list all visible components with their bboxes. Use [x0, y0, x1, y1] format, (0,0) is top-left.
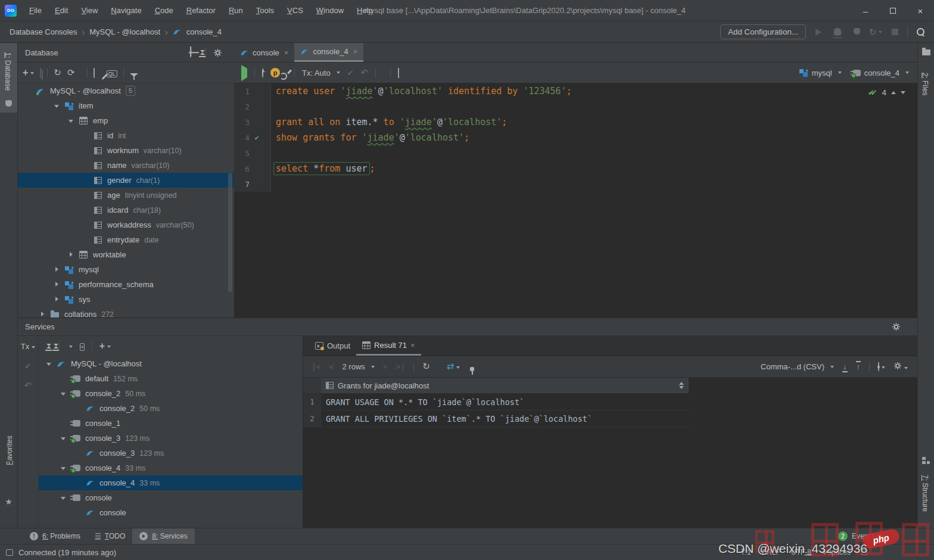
chevron-right-icon[interactable]: [50, 262, 63, 277]
download-icon[interactable]: ↓: [842, 362, 848, 371]
menu-navigate[interactable]: Navigate: [105, 4, 147, 17]
refresh-icon[interactable]: ↻: [54, 69, 61, 77]
tool-tab-favorites[interactable]: Favorites ★: [0, 427, 17, 506]
query-console-icon[interactable]: QL: [107, 69, 117, 77]
tool-tab-todo[interactable]: ☰ TODO: [88, 528, 132, 544]
db-tree-row-column[interactable]: name varchar(10): [18, 158, 234, 173]
db-tree-row-column[interactable]: worknum varchar(10): [18, 143, 234, 158]
db-tree-row-column[interactable]: age tinyint unsigned: [18, 188, 234, 203]
tx-mode-selector[interactable]: Tx: Auto: [302, 69, 340, 77]
grid-corner-cell[interactable]: [303, 378, 321, 393]
next-page-icon[interactable]: >: [383, 362, 388, 371]
execute-icon[interactable]: [241, 69, 247, 77]
prev-problem-icon[interactable]: [891, 91, 896, 94]
db-tree-row-column[interactable]: id int: [18, 128, 234, 143]
svc-row-session[interactable]: console_1: [39, 416, 303, 431]
last-page-icon[interactable]: >|: [396, 362, 406, 371]
indent-selector[interactable]: 4 spaces: [822, 548, 851, 556]
breadcrumb-datasource[interactable]: MySQL - @localhost: [89, 27, 160, 36]
svc-row-console[interactable]: console: [39, 505, 303, 520]
schema-selector[interactable]: mysql: [799, 69, 842, 77]
line-ending-selector[interactable]: CRLF: [762, 548, 780, 556]
chevron-down-icon[interactable]: [57, 461, 70, 475]
settings-gear-icon[interactable]: [213, 48, 222, 57]
svc-row-console-selected[interactable]: console_4 33 ms: [39, 475, 303, 490]
run-icon[interactable]: [812, 26, 825, 39]
rollback-icon[interactable]: ↶: [24, 381, 32, 390]
rollback-icon[interactable]: ↶: [361, 69, 369, 77]
grid-cell[interactable]: GRANT ALL PRIVILEGES ON `item`.* TO `jia…: [321, 414, 592, 424]
history-clock-icon[interactable]: [262, 69, 263, 77]
close-button[interactable]: ×: [907, 0, 934, 21]
db-tree-row-schema[interactable]: sys: [18, 292, 234, 307]
row-number[interactable]: 1: [303, 394, 321, 410]
menu-window[interactable]: Window: [311, 4, 349, 17]
profile-badge-icon[interactable]: p: [270, 68, 280, 77]
previous-page-icon[interactable]: <: [329, 362, 334, 371]
debug-icon[interactable]: [831, 26, 844, 39]
tab-output[interactable]: Output: [309, 336, 356, 356]
coverage-icon[interactable]: ↻: [869, 26, 882, 39]
sort-icon[interactable]: [679, 382, 684, 389]
upload-icon[interactable]: ↑: [856, 362, 861, 371]
chevron-right-icon[interactable]: [36, 307, 49, 318]
table-view-icon[interactable]: [94, 69, 95, 77]
db-tree-row-column[interactable]: entrydate date: [18, 232, 234, 247]
chevron-down-icon[interactable]: [42, 356, 55, 371]
close-tab-icon[interactable]: ×: [284, 48, 289, 57]
tx-selector[interactable]: Tx: [21, 342, 35, 351]
row-number[interactable]: 2: [303, 410, 321, 427]
caret-position[interactable]: 7:1: [741, 548, 751, 556]
db-tree-row-schema[interactable]: item: [18, 98, 234, 113]
menu-view[interactable]: View: [76, 4, 103, 17]
chevron-right-icon[interactable]: [50, 277, 63, 292]
code-editor[interactable]: 1 create user 'jiade'@'localhost' identi…: [234, 83, 917, 317]
svc-row-connection[interactable]: MySQL - @localhost: [39, 356, 303, 371]
grid-settings-gear-icon[interactable]: [893, 362, 908, 372]
profiler-icon[interactable]: [850, 26, 863, 39]
page-size-selector[interactable]: 2 rows: [342, 362, 374, 371]
svc-row-session[interactable]: default 152 ms: [39, 371, 303, 386]
db-tree-row-folder[interactable]: collations 272: [18, 307, 234, 318]
svc-row-console[interactable]: console_2 50 ms: [39, 401, 303, 416]
svc-row-console[interactable]: console_3 123 ms: [39, 446, 303, 461]
menu-code[interactable]: Code: [150, 4, 179, 17]
tool-tab-services[interactable]: 8: Services: [132, 528, 194, 544]
close-tab-icon[interactable]: ×: [353, 47, 358, 56]
close-tab-icon[interactable]: ×: [410, 341, 415, 350]
browse-results-icon[interactable]: [398, 69, 399, 77]
db-tree-row-column[interactable]: workaddress varchar(50): [18, 217, 234, 232]
stop-icon[interactable]: [888, 26, 901, 39]
tab-result[interactable]: Result 71 ×: [356, 336, 421, 356]
svc-row-session[interactable]: console_2 50 ms: [39, 386, 303, 401]
event-log-widget[interactable]: 2 Event Log: [838, 531, 884, 541]
next-problem-icon[interactable]: [901, 91, 905, 94]
svc-row-session[interactable]: console: [39, 490, 303, 505]
tool-tab-problems[interactable]: ! 6: Problems: [23, 528, 88, 544]
menu-file[interactable]: File: [24, 4, 47, 17]
grid-cell[interactable]: GRANT USAGE ON *.* TO `jiade`@`localhost…: [321, 397, 524, 407]
view-options-eye-icon[interactable]: [878, 362, 885, 371]
db-tree-row-table[interactable]: emp: [18, 113, 234, 128]
sync-dialects-icon[interactable]: ⟳: [67, 69, 75, 77]
menu-refactor[interactable]: Refactor: [181, 4, 221, 17]
minimize-button[interactable]: –: [852, 0, 879, 21]
commit-check-icon[interactable]: ✔: [25, 362, 32, 371]
db-tree-row-table[interactable]: worktable: [18, 247, 234, 262]
chevron-down-icon[interactable]: [50, 98, 63, 113]
tool-window-toggle-icon[interactable]: [6, 549, 13, 556]
maximize-button[interactable]: [879, 0, 907, 21]
first-page-icon[interactable]: |<: [312, 362, 321, 371]
duplicate-icon[interactable]: [40, 69, 41, 77]
db-tree-row-schema[interactable]: mysql: [18, 262, 234, 277]
svc-row-session[interactable]: console_3 123 ms: [39, 431, 303, 446]
new-frame-icon[interactable]: +: [80, 342, 85, 351]
tool-tab-structure[interactable]: 7: Structure: [918, 452, 934, 522]
tool-tab-database[interactable]: 1: Database: [0, 43, 17, 113]
add-datasource-icon[interactable]: +: [23, 69, 34, 77]
chevron-right-icon[interactable]: [64, 247, 77, 262]
chevron-down-icon[interactable]: [64, 113, 77, 128]
db-tree-row-schema[interactable]: performance_schema: [18, 277, 234, 292]
chevron-down-icon[interactable]: [57, 431, 70, 446]
tab-console4[interactable]: console_4 ×: [294, 43, 363, 62]
